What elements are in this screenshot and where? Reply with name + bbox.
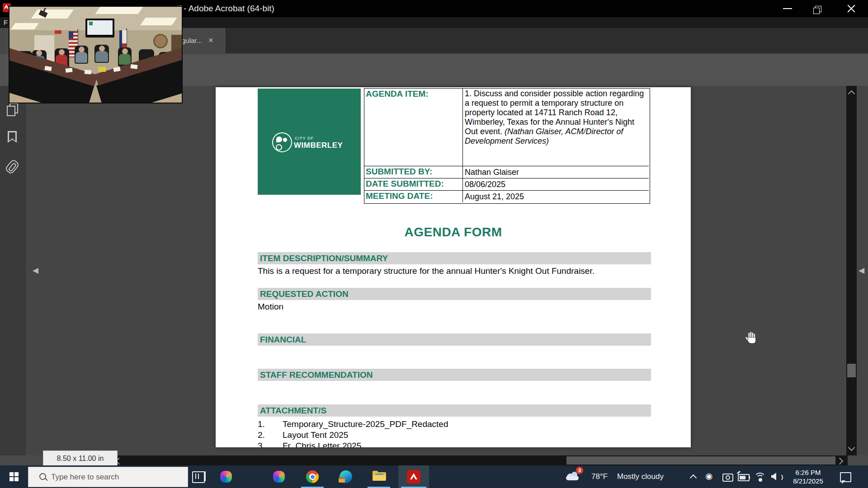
taskbar: Type here to search 3 78°F Mostly cloudy…	[0, 465, 868, 488]
weather-temp[interactable]: 78°F	[591, 465, 608, 488]
scroll-up-icon[interactable]	[848, 90, 855, 98]
copilot-365-icon[interactable]	[273, 471, 285, 483]
battery-icon[interactable]	[738, 474, 750, 481]
table-row: MEETING DATE: August 21, 2025	[364, 191, 649, 202]
volume-icon[interactable]	[771, 473, 780, 480]
hand-cursor	[745, 331, 757, 346]
section-header: FINANCIAL	[258, 333, 651, 346]
row-value: August 21, 2025	[463, 191, 649, 202]
scroll-right-icon[interactable]	[836, 458, 844, 465]
collapse-right-pane-icon[interactable]: ◀	[859, 266, 864, 275]
section-title: STAFF RECOMMENDATION	[260, 369, 373, 381]
meeting-video-overlay[interactable]	[9, 6, 183, 103]
form-title: AGENDA FORM	[216, 225, 691, 239]
horizontal-scroll-thumb[interactable]	[566, 456, 835, 465]
document-tab-label[interactable]: gular...	[182, 28, 202, 53]
attachment-number: 2.	[258, 430, 265, 440]
restore-button[interactable]	[807, 0, 830, 17]
tab-close-icon[interactable]: ×	[208, 28, 213, 53]
copilot-icon[interactable]	[220, 471, 232, 483]
section-title: FINANCIAL	[260, 333, 306, 346]
edge-icon[interactable]	[340, 470, 352, 483]
section-header: REQUESTED ACTION	[258, 288, 651, 300]
minimize-icon	[783, 8, 792, 9]
row-value: Nathan Glaiser	[463, 166, 649, 178]
taskbar-search-input[interactable]: Type here to search	[28, 467, 188, 487]
yellow-notepad	[98, 67, 106, 72]
attachment-number: 1.	[258, 419, 265, 429]
wall-seal	[153, 34, 168, 48]
clock-date: 8/21/2025	[787, 477, 830, 485]
agenda-table: AGENDA ITEM: 1. Discuss and consider pos…	[364, 88, 650, 204]
scroll-down-icon[interactable]	[848, 444, 855, 451]
exit-sign	[55, 30, 61, 34]
task-view-icon[interactable]	[192, 471, 205, 483]
row-label: AGENDA ITEM:	[364, 89, 463, 166]
close-button[interactable]	[840, 0, 863, 17]
minimize-button[interactable]	[776, 0, 800, 17]
acrobat-taskbar-tile[interactable]	[398, 465, 429, 488]
section-title: ATTACHMENT/S	[260, 404, 326, 417]
section-title: REQUESTED ACTION	[260, 288, 349, 300]
attachment-name: Temporary_Structure-2025_PDF_Redacted	[283, 419, 448, 429]
attachments-paperclip-icon[interactable]	[7, 160, 19, 173]
attachment-number: 3.	[258, 441, 265, 447]
section-body: This is a request for a temporary struct…	[258, 266, 594, 276]
vertical-scroll-thumb[interactable]	[847, 364, 856, 377]
logo-city-of: CITY OF	[295, 136, 314, 141]
action-center-icon[interactable]	[840, 472, 851, 482]
search-placeholder: Type here to search	[51, 467, 119, 487]
bookmarks-icon[interactable]	[7, 131, 19, 144]
tray-expand-icon[interactable]	[690, 474, 697, 482]
collapse-left-pane-icon[interactable]: ◀	[33, 266, 38, 275]
page-size-badge: 8.50 x 11.00 in	[43, 450, 118, 466]
document-area: ◀ CITY OF WIMBERLEY AGENDA ITEM: 1. Disc…	[0, 86, 868, 455]
screen: df - Adobe Acrobat (64-bit) F gular... ×…	[0, 0, 868, 488]
wifi-icon[interactable]	[754, 473, 765, 481]
row-value: 08/06/2025	[463, 178, 649, 190]
page-thumbnails-icon[interactable]	[7, 103, 19, 116]
attachment-name: Fr Chris Letter 2025	[283, 441, 361, 447]
chrome-icon[interactable]	[306, 470, 319, 483]
taskbar-clock[interactable]: 6:26 PM 8/21/2025	[787, 468, 830, 485]
section-header: ATTACHMENT/S	[258, 404, 651, 417]
wimberley-emblem-icon	[272, 132, 292, 152]
search-icon	[39, 473, 46, 480]
attachment-name: Layout Tent 2025	[283, 430, 348, 440]
logo-wimberley: WIMBERLEY	[294, 141, 343, 150]
record-icon[interactable]: ◉	[705, 471, 713, 481]
pdf-page: CITY OF WIMBERLEY AGENDA ITEM: 1. Discus…	[216, 87, 691, 447]
section-header: STAFF RECOMMENDATION	[258, 369, 651, 381]
clock-time: 6:26 PM	[787, 468, 830, 477]
table-row: SUBMITTED BY: Nathan Glaiser	[364, 166, 649, 178]
section-header: ITEM DESCRIPTION/SUMMARY	[258, 252, 651, 264]
weather-badge: 3	[576, 467, 583, 474]
section-body: Motion	[258, 302, 283, 312]
window-title: df - Adobe Acrobat (64-bit)	[174, 0, 274, 17]
camera-icon[interactable]	[722, 474, 733, 482]
row-label: MEETING DATE:	[364, 191, 463, 202]
vertical-scrollbar[interactable]	[846, 86, 857, 455]
file-explorer-icon[interactable]	[373, 471, 386, 482]
table-row: AGENDA ITEM: 1. Discuss and consider pos…	[364, 89, 649, 166]
start-button[interactable]	[9, 472, 18, 481]
navigation-sidebar	[0, 86, 25, 455]
status-bar: 8.50 x 11.00 in	[0, 455, 868, 465]
section-title: ITEM DESCRIPTION/SUMMARY	[260, 252, 388, 264]
file-menu[interactable]: F	[4, 17, 8, 28]
table-row: DATE SUBMITTED: 08/06/2025	[364, 178, 649, 191]
wall-tv	[85, 19, 114, 38]
row-label: DATE SUBMITTED:	[364, 178, 463, 190]
row-value: 1. Discuss and consider possible action …	[463, 89, 649, 166]
weather-condition[interactable]: Mostly cloudy	[617, 465, 664, 488]
row-label: SUBMITTED BY:	[364, 166, 463, 178]
wimberley-logo-box: CITY OF WIMBERLEY	[258, 89, 361, 195]
acrobat-icon	[407, 470, 420, 483]
